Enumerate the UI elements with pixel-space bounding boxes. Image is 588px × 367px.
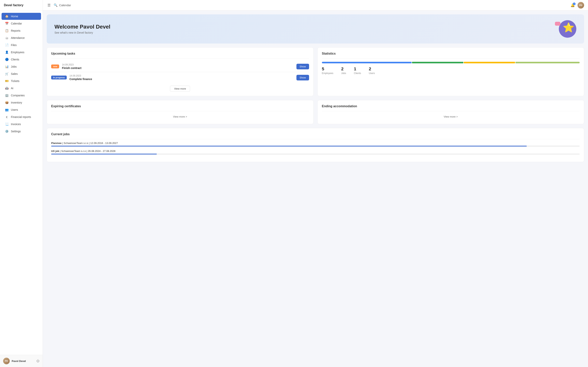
power-icon[interactable]: ⏻ <box>36 359 40 363</box>
jobs-icon: 📊 <box>5 65 9 68</box>
task-name-1: Complete finance <box>69 77 294 81</box>
job-progress-fill-1 <box>51 154 157 154</box>
stat-num-item-3: 2 Users <box>369 67 375 75</box>
sidebar-item-companies[interactable]: 🏢 Companies <box>1 92 41 99</box>
task-show-btn-0[interactable]: Show <box>296 64 309 69</box>
sidebar-item-files[interactable]: 📄 Files <box>1 42 41 49</box>
sidebar-item-tickets[interactable]: 🎫 Tickets <box>1 77 41 84</box>
sidebar-label-users: Users <box>11 108 18 111</box>
sidebar-label-financial-reports: Financial reports <box>11 115 31 118</box>
sidebar-nav: 🏠 Home 📅 Calendar 📋 Reports 🗂 Attendance… <box>0 11 43 355</box>
jobs-divider <box>51 139 580 139</box>
sidebar-item-attendance[interactable]: 🗂 Attendance <box>1 34 41 41</box>
calendar-icon: 📅 <box>5 22 9 25</box>
stat-value-0: 5 <box>322 67 333 72</box>
job-title-0: Planmee | SchweisserTeam s.r.o | 12.09.2… <box>51 142 580 145</box>
sales-icon: 🛒 <box>5 72 9 75</box>
sidebar-item-inventory[interactable]: 📦 Inventory <box>1 99 41 106</box>
footer-avatar: PD <box>3 358 10 364</box>
sidebar-label-reports: Reports <box>11 29 20 32</box>
current-jobs-title: Current jobs <box>51 133 580 136</box>
sidebar-label-employees: Employees <box>11 51 24 54</box>
main-area: ☰ 🔍 Calendar 🔔 1 PD Welcome Pavol Devel … <box>43 0 588 367</box>
sidebar-item-home[interactable]: 🏠 Home <box>1 13 41 20</box>
sidebar-item-employees[interactable]: 👤 Employees <box>1 49 41 56</box>
stat-num-item-0: 5 Employees <box>322 67 333 75</box>
stat-label-0: Employees <box>322 72 333 75</box>
task-show-btn-1[interactable]: Show <box>296 75 309 80</box>
sidebar-item-jobs[interactable]: 📊 Jobs <box>1 63 41 70</box>
sidebar-label-calendar: Calendar <box>11 22 22 25</box>
welcome-banner: Welcome Pavol Devel See what's new in De… <box>47 14 584 43</box>
notification-button[interactable]: 🔔 1 <box>571 3 575 7</box>
home-icon: 🏠 <box>5 15 9 18</box>
sidebar-label-clients: Clients <box>11 58 19 61</box>
reports-icon: 📋 <box>5 29 9 33</box>
illus-star-icon: ⭐ <box>563 22 574 33</box>
sidebar-label-files: Files <box>11 43 17 47</box>
job-progress-bar-1 <box>51 154 580 154</box>
inventory-icon: 📦 <box>5 101 9 104</box>
notification-badge: 1 <box>573 2 576 5</box>
sidebar-label-attendance: Attendance <box>11 36 25 39</box>
task-badge-0: new <box>51 65 59 68</box>
app-logo: Devel factory <box>0 0 43 11</box>
task-info-1: 14.09.2023 Complete finance <box>69 75 294 81</box>
view-more-button[interactable]: View more <box>170 86 190 92</box>
search-icon[interactable]: 🔍 <box>54 3 58 7</box>
stat-bar-seg-0 <box>322 62 412 63</box>
sidebar-item-sales[interactable]: 🛒 Sales <box>1 70 41 77</box>
stat-bar-wrap <box>322 62 580 63</box>
sidebar-item-calendar[interactable]: 📅 Calendar <box>1 20 41 27</box>
task-name-0: Finish contract <box>62 67 294 70</box>
stat-label-2: Clients <box>354 72 361 75</box>
job-title-1: UX job | SchweisserTeam s.r.o | 26.08.20… <box>51 150 580 152</box>
stat-bar <box>322 62 580 63</box>
sidebar-item-ai[interactable]: 🤖 Ai <box>1 85 41 92</box>
sidebar-label-inventory: Inventory <box>11 101 22 104</box>
cert-view-more[interactable]: View more > <box>51 114 309 120</box>
sidebar-label-home: Home <box>11 15 18 18</box>
job-item-0: Planmee | SchweisserTeam s.r.o | 12.09.2… <box>51 142 580 147</box>
statistics-title: Statistics <box>322 52 580 55</box>
ending-accommodation-card: Ending accommodation View more > <box>317 100 584 124</box>
illus-card <box>555 22 560 26</box>
current-jobs-card: Current jobs Planmee | SchweisserTeam s.… <box>47 128 584 162</box>
statistics-card: Statistics 5 Employees 2 Jobs 1 Clients … <box>317 47 584 96</box>
sidebar-item-financial-reports[interactable]: € Financial reports <box>1 113 41 120</box>
upcoming-tasks-card: Upcoming tasks new 14.09.2023 Finish con… <box>47 47 313 96</box>
welcome-subtitle: See what's new in Devel factory <box>54 31 110 34</box>
task-info-0: 14.09.2023 Finish contract <box>62 63 294 70</box>
ai-icon: 🤖 <box>5 86 9 90</box>
sidebar-label-companies: Companies <box>11 94 25 97</box>
task-item-0: new 14.09.2023 Finish contract Show <box>51 61 309 72</box>
welcome-text: Welcome Pavol Devel See what's new in De… <box>54 24 110 34</box>
job-item-1: UX job | SchweisserTeam s.r.o | 26.08.20… <box>51 150 580 154</box>
welcome-illustration: ⭐ <box>553 20 576 38</box>
sidebar-item-settings[interactable]: ⚙️ Settings <box>1 128 41 135</box>
sidebar-item-clients[interactable]: 🔵 Clients <box>1 56 41 63</box>
clients-icon: 🔵 <box>5 58 9 61</box>
expiring-cert-title: Expiring certificates <box>51 105 309 108</box>
jobs-list: Planmee | SchweisserTeam s.r.o | 12.09.2… <box>51 142 580 154</box>
companies-icon: 🏢 <box>5 94 9 97</box>
sidebar-item-invoices[interactable]: 📃 Invoices <box>1 121 41 128</box>
accom-view-more[interactable]: View more > <box>322 114 580 120</box>
topbar-title: Calendar <box>59 3 71 7</box>
search-wrap: 🔍 Calendar <box>54 3 71 7</box>
stat-value-2: 1 <box>354 67 361 72</box>
stat-label-3: Users <box>369 72 375 75</box>
stat-num-item-2: 1 Clients <box>354 67 361 75</box>
task-list: new 14.09.2023 Finish contract Show In p… <box>51 61 309 83</box>
accom-divider <box>322 111 580 111</box>
middle-grid: Upcoming tasks new 14.09.2023 Finish con… <box>47 47 584 96</box>
user-avatar[interactable]: PD <box>578 2 584 8</box>
upcoming-tasks-title: Upcoming tasks <box>51 52 309 55</box>
sidebar-label-sales: Sales <box>11 72 18 75</box>
sidebar-item-reports[interactable]: 📋 Reports <box>1 27 41 34</box>
sidebar-item-users[interactable]: 👥 Users <box>1 106 41 113</box>
menu-icon[interactable]: ☰ <box>47 2 51 8</box>
bottom-grid: Expiring certificates View more > Ending… <box>47 100 584 124</box>
expiring-certificates-card: Expiring certificates View more > <box>47 100 313 124</box>
view-more-wrap: View more <box>51 86 309 92</box>
